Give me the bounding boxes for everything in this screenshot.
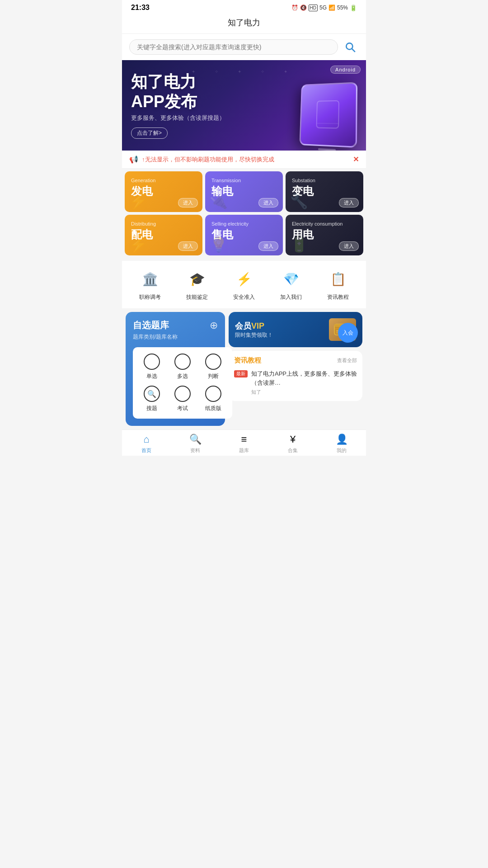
cat-enter-button[interactable]: 进入 [339,198,359,208]
quick-icon-技能鉴定[interactable]: 🎓 技能鉴定 [186,268,208,301]
signal-icon: 📶 [328,5,335,11]
practice-opt-icon: ◉ [144,354,160,370]
practice-opt-label: 多选 [177,373,188,380]
vip-join-button[interactable]: 入会 [338,323,358,343]
custom-library-wrapper: 自选题库 ⊕ 题库类别/题库名称 ◉ 单选 ✔ 多选 ↩ 判断 🔍 搜题 ✏ 考… [126,312,225,426]
nav-icon-我的: 👤 [336,434,348,445]
nav-item-合集[interactable]: ¥ 合集 [268,434,317,454]
practice-opt-label: 搜题 [146,405,157,412]
news-content-wrap: 知了电力APP上线，更多服务、更多体验（含读屏… 知了 [251,369,357,396]
quick-icon-image: 💎 [280,268,302,290]
nav-item-资料[interactable]: 🔍 资料 [171,434,220,454]
news-more-link[interactable]: 查看全部 [337,357,357,364]
news-section: 资讯教程 查看全部 最新 知了电力APP上线，更多服务、更多体验（含读屏… 知了 [229,351,362,401]
cat-bg-icon: ⚡ [129,193,147,210]
practice-opt-判断[interactable]: ↩ 判断 [201,354,226,380]
category-card-售电[interactable]: Selling electricity 售电 💡 进入 [205,215,283,255]
status-time: 21:33 [131,4,150,12]
practice-opt-icon: 🔍 [144,386,160,402]
svg-point-0 [346,43,352,49]
cat-bg-icon: 🔌 [210,193,228,210]
nav-icon-合集: ¥ [290,434,296,445]
nav-item-我的[interactable]: 👤 我的 [317,434,366,454]
banner-button[interactable]: 点击了解> [131,127,168,139]
category-card-变电[interactable]: Substation 变电 🔧 进入 [286,171,363,212]
quick-icon-安全准入[interactable]: ⚡ 安全准入 [233,268,255,301]
cat-en: Generation [131,178,196,183]
quick-icon-image: 🏛️ [139,268,161,290]
practice-opt-icon: ✔ [174,354,191,370]
quick-icon-加入我们[interactable]: 💎 加入我们 [280,268,302,301]
custom-library: 自选题库 ⊕ 题库类别/题库名称 ◉ 单选 ✔ 多选 ↩ 判断 🔍 搜题 ✏ 考… [126,312,225,426]
category-card-配电[interactable]: Distributing 配电 ⚡ 进入 [125,215,202,255]
quick-icon-label: 安全准入 [233,293,255,301]
category-card-发电[interactable]: Generation 发电 ⚡ 进入 [125,171,202,212]
quick-icons: 🏛️ 职称调考 🎓 技能鉴定 ⚡ 安全准入 💎 加入我们 📋 资讯教程 [122,261,366,308]
practice-opt-icon: ✏ [174,386,191,402]
cat-en: Distributing [131,221,196,226]
category-grid: Generation 发电 ⚡ 进入 Transmission 输电 🔌 进入 … [122,169,366,258]
banner-title: 知了电力 APP发布 [131,72,357,111]
banner[interactable]: 知了电力 APP发布 更多服务、更多体验（含读屏搜题） 点击了解> Androi… [122,60,366,151]
practice-opt-icon: ↩ [205,354,221,370]
search-button[interactable] [342,38,359,56]
notice-text: ↑无法显示，但不影响刷题功能使用，尽快切换完成 [142,156,349,164]
battery-icon: 🔋 [350,5,357,11]
alarm-icon: ⏰ [291,5,298,11]
cat-en: Electricity consumption [292,221,357,226]
nav-label-题库: 题库 [239,447,249,454]
custom-library-add-button[interactable]: ⊕ [210,320,218,331]
news-source: 知了 [251,389,357,396]
nav-icon-资料: 🔍 [189,434,202,445]
cat-enter-button[interactable]: 进入 [178,241,198,251]
notice-speaker-icon: 📢 [129,155,138,164]
quick-icon-资讯教程[interactable]: 📋 资讯教程 [327,268,349,301]
quick-icon-职称调考[interactable]: 🏛️ 职称调考 [139,268,161,301]
search-input[interactable] [137,43,330,51]
category-card-输电[interactable]: Transmission 输电 🔌 进入 [205,171,283,212]
nav-label-资料: 资料 [190,447,200,454]
practice-opt-搜题[interactable]: 🔍 搜题 [139,386,164,412]
category-card-用电[interactable]: Electricity consumption 用电 🔋 进入 [286,215,363,255]
practice-options: ◉ 单选 ✔ 多选 ↩ 判断 🔍 搜题 ✏ 考试 ≡ 纸质版 [139,354,226,412]
svg-line-1 [352,49,355,52]
cat-enter-button[interactable]: 进入 [178,198,198,208]
cat-bg-icon: ⚡ [129,236,147,253]
cat-bg-icon: 🔋 [290,236,308,253]
practice-opt-多选[interactable]: ✔ 多选 [170,354,195,380]
vip-card[interactable]: 会员VIP 限时集赞领取！ 入会 [229,312,362,347]
cat-enter-button[interactable]: 进入 [258,241,278,251]
custom-library-title: 自选题库 [133,319,169,331]
cat-en: Selling electricity [211,221,277,226]
nav-item-首页[interactable]: ⌂ 首页 [122,434,171,454]
bottom-section: 自选题库 ⊕ 题库类别/题库名称 ◉ 单选 ✔ 多选 ↩ 判断 🔍 搜题 ✏ 考… [122,308,366,429]
bottom-nav: ⌂ 首页 🔍 资料 ≡ 题库 ¥ 合集 👤 我的 [122,429,366,456]
practice-opt-label: 判断 [208,373,219,380]
practice-options-card: ◉ 单选 ✔ 多选 ↩ 判断 🔍 搜题 ✏ 考试 ≡ 纸质版 [133,347,232,419]
cat-enter-button[interactable]: 进入 [258,198,278,208]
practice-opt-考试[interactable]: ✏ 考试 [170,386,195,412]
nav-label-首页: 首页 [141,447,151,454]
practice-opt-单选[interactable]: ◉ 单选 [139,354,164,380]
news-header: 资讯教程 查看全部 [234,356,357,365]
vip-text: 会员VIP 限时集赞领取！ [235,321,273,339]
right-side: 会员VIP 限时集赞领取！ 入会 资讯教程 查看全部 [229,312,362,426]
practice-opt-label: 纸质版 [205,405,221,412]
quick-icon-label: 技能鉴定 [186,293,208,301]
news-item[interactable]: 最新 知了电力APP上线，更多服务、更多体验（含读屏… 知了 [234,369,357,396]
status-bar: 21:33 ⏰ 🔇 HD 5G 📶 55% 🔋 [122,0,366,14]
news-badge: 最新 [234,370,248,377]
cat-enter-button[interactable]: 进入 [339,241,359,251]
practice-opt-纸质版[interactable]: ≡ 纸质版 [201,386,226,412]
notice-close-button[interactable]: ✕ [353,155,359,164]
search-input-wrap[interactable] [129,39,338,55]
quick-icon-image: 🎓 [186,268,208,290]
news-content: 知了电力APP上线，更多服务、更多体验（含读屏… [251,369,357,387]
vip-label: 会员VIP [235,321,273,331]
cat-bg-icon: 🔧 [290,193,308,210]
notice-bar: 📢 ↑无法显示，但不影响刷题功能使用，尽快切换完成 ✕ [122,151,366,169]
vip-subtitle: 限时集赞领取！ [235,331,273,339]
nav-item-题库[interactable]: ≡ 题库 [220,434,268,454]
practice-opt-icon: ≡ [205,386,221,402]
hd-icon: HD [309,5,318,11]
